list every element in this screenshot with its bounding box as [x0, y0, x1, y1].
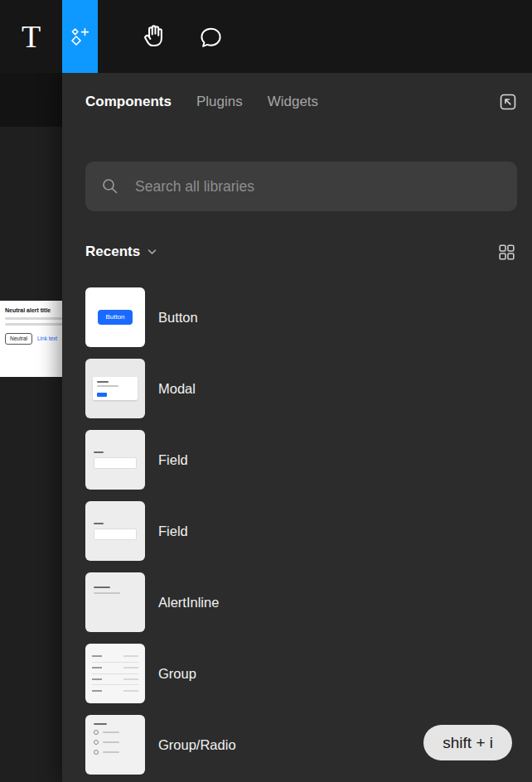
canvas-top-band [0, 73, 62, 127]
component-thumbnail [85, 572, 145, 632]
grid-icon [496, 242, 517, 263]
canvas-card-title: Neutral alert title [5, 307, 62, 314]
component-label: AlertInline [158, 595, 219, 611]
component-thumbnail: Button [85, 287, 145, 347]
hand-tool-button[interactable] [131, 0, 177, 73]
components-panel: Components Plugins Widgets Recents [62, 73, 532, 782]
component-list-item[interactable]: AlertInline [85, 572, 517, 632]
panel-tabs: Components Plugins Widgets [85, 91, 519, 113]
assets-icon [69, 26, 91, 48]
shortcut-hint: shift + i [423, 725, 512, 760]
comment-icon [198, 24, 224, 50]
recents-dropdown[interactable]: Recents [85, 244, 157, 260]
assets-tool-button[interactable] [62, 0, 98, 73]
chevron-down-icon [148, 249, 157, 255]
component-thumbnail [85, 501, 145, 561]
component-list-item[interactable]: Group [85, 644, 517, 703]
component-thumbnail [85, 430, 145, 490]
thumb-button-preview: Button [98, 310, 132, 325]
canvas-area[interactable]: Neutral alert title Neutral Link text [0, 73, 62, 782]
hand-icon [141, 23, 168, 51]
canvas-card-link[interactable]: Link text [37, 335, 57, 341]
search-icon [100, 176, 120, 196]
component-label: Modal [158, 381, 196, 397]
search-bar[interactable] [85, 162, 517, 211]
search-input[interactable] [133, 177, 502, 196]
canvas-card-textline [5, 323, 62, 326]
component-label: Field [158, 524, 188, 539]
component-list-item[interactable]: Field [85, 430, 517, 490]
text-tool-icon: T [22, 21, 41, 52]
component-label: Group/Radio [158, 737, 236, 753]
component-thumbnail [85, 715, 145, 775]
text-tool-button[interactable]: T [0, 0, 62, 73]
grid-view-button[interactable] [496, 242, 517, 263]
component-label: Button [158, 310, 198, 326]
component-thumbnail [85, 644, 145, 703]
figma-dark-ui: Neutral alert title Neutral Link text T [0, 0, 532, 782]
tab-widgets[interactable]: Widgets [268, 94, 318, 110]
component-list-item[interactable]: Button Button [85, 287, 517, 347]
component-list-item[interactable]: Field [85, 501, 517, 561]
component-label: Field [158, 452, 188, 468]
component-list-item[interactable]: Modal [85, 359, 517, 418]
recents-title: Recents [85, 244, 140, 260]
arrow-corner-icon [497, 91, 519, 113]
component-label: Group [158, 666, 196, 682]
component-list: Button Button Modal Field Field AlertInl… [85, 287, 517, 775]
top-toolbar: T [0, 0, 532, 73]
canvas-card-neutral-button[interactable]: Neutral [5, 333, 32, 344]
tab-components[interactable]: Components [85, 94, 172, 110]
jump-to-canvas-button[interactable] [497, 91, 519, 113]
canvas-alert-card[interactable]: Neutral alert title Neutral Link text [0, 301, 62, 377]
canvas-card-actions: Neutral Link text [5, 333, 62, 344]
canvas-card-textline [5, 317, 62, 320]
recents-header: Recents [85, 241, 517, 263]
component-thumbnail [85, 359, 145, 418]
comment-tool-button[interactable] [187, 0, 234, 73]
tab-plugins[interactable]: Plugins [196, 94, 243, 110]
